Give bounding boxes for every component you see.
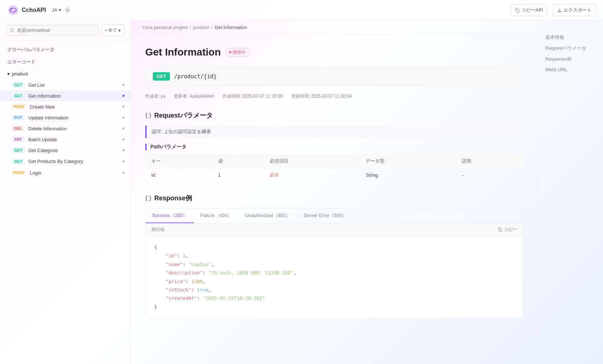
auth-notice: 認可: 上位の認可設定を継承 <box>145 126 523 138</box>
params-table: キー 値 必須項目 データ型 説明 id 1 必須 String <box>145 154 523 182</box>
toc-item-request[interactable]: Requestパラメータ <box>545 43 596 54</box>
copy-code-button[interactable]: コピー <box>498 226 517 233</box>
sidebar: • 全て ▾ グローバルパラメータ エラーコード ▾ product GET G… <box>0 20 131 364</box>
meta-row: 作成者: yu 更新者: AyakaSweet 作成時間: 2025-02-07… <box>145 93 523 99</box>
endpoint-path: /product/{id} <box>174 73 217 80</box>
filter-button[interactable]: • 全て ▾ <box>101 25 125 36</box>
search-input[interactable] <box>17 28 94 33</box>
table-cell-value: 1 <box>212 168 264 182</box>
endpoint-post-login[interactable]: POST Login <box>0 167 130 178</box>
response-section: { } Response例 Success（200） Failure（404） … <box>145 194 523 319</box>
meta-updated-at: 更新時間: 2025-02-07 11:30:04 <box>292 93 352 99</box>
svg-point-4 <box>66 9 68 11</box>
table-header-required: 必須項目 <box>264 154 360 168</box>
export-button[interactable]: エクスポート <box>553 4 596 16</box>
right-toc: 基本情報 Requestパラメータ Response例 Mock URL <box>538 20 603 364</box>
settings-icon[interactable] <box>64 6 73 15</box>
braces-icon: { } <box>145 112 151 119</box>
main-area: Cora personal project / product / Get In… <box>131 20 538 364</box>
method-badge-del: DEL <box>12 126 25 131</box>
table-cell-desc: - <box>456 168 523 182</box>
sidebar-section-product[interactable]: ▾ product <box>0 68 130 79</box>
meta-updater: 更新者: AyakaSweet <box>174 93 213 99</box>
endpoint-del-delete[interactable]: DEL Delete Information <box>0 123 130 134</box>
tab-server-error-500[interactable]: Server Error（500） <box>297 209 353 223</box>
search-input-wrap[interactable] <box>6 25 98 36</box>
breadcrumb-project[interactable]: Cora personal project <box>142 25 187 30</box>
dot-indicator <box>122 138 125 140</box>
tab-success-200[interactable]: Success（200） <box>146 209 194 223</box>
main-scroll: Get Information 開発中 GET /product/{id} 作成… <box>131 35 538 364</box>
logo-icon <box>7 4 19 16</box>
code-line-instock: "inStock": true, <box>154 286 514 294</box>
dot-indicator <box>122 160 125 163</box>
logo-area: CchoAPI <box>7 4 46 16</box>
table-cell-type: String <box>360 168 456 182</box>
code-line-description: "description": "15-inch, 16GB RAM, 512GB… <box>154 269 514 277</box>
method-badge-get: GET <box>12 93 25 99</box>
endpoint-get-information[interactable]: GET Get Information <box>0 90 130 101</box>
meta-created-at: 作成時間: 2025-02-07 11:10:35 <box>223 93 283 99</box>
section-title-response: { } Response例 <box>145 194 523 203</box>
method-badge-get: GET <box>12 159 25 164</box>
response-tab-bar: Success（200） Failure（404） Unauthorized（4… <box>146 209 523 224</box>
code-block-header: 例の値 コピー <box>146 224 523 236</box>
toc-item-response[interactable]: Response例 <box>545 54 596 65</box>
endpoint-method-badge: GET <box>153 72 170 81</box>
svg-point-3 <box>14 10 16 12</box>
endpoint-get-list[interactable]: GET Get List <box>0 79 130 90</box>
dot-indicator <box>122 172 125 174</box>
breadcrumb-current: Get Information <box>215 25 247 30</box>
table-row: id 1 必須 String - <box>146 168 523 182</box>
code-line-name: "name": "Laptop", <box>154 260 514 269</box>
sidebar-search-area: • 全て ▾ <box>0 20 130 41</box>
endpoint-post-create[interactable]: POST Create New <box>0 101 130 112</box>
response-icon: { } <box>145 195 151 201</box>
method-badge-put: PUT <box>12 115 25 120</box>
svg-point-6 <box>11 29 13 32</box>
method-badge-pat: PAT <box>12 136 25 142</box>
copy-api-button[interactable]: コピーAPI <box>511 4 547 16</box>
table-header-value: 値 <box>212 154 264 168</box>
code-line-createdat: "createdAt": "2025-01-15T10:20:30Z" <box>154 294 514 302</box>
sidebar-item-global-params[interactable]: グローバルパラメータ <box>0 44 130 56</box>
search-icon <box>10 28 15 33</box>
section-title-request: { } Requestパラメータ <box>145 111 523 120</box>
method-badge-get: GET <box>12 82 25 88</box>
tab-unauthorized-401[interactable]: Unauthorized（401） <box>239 209 297 223</box>
code-line-close-brace: } <box>154 303 514 311</box>
code-block: { "id": 1, "name": "Laptop", "descriptio… <box>146 236 523 318</box>
method-badge-post: POST <box>12 104 26 110</box>
sidebar-item-error-codes[interactable]: エラーコード <box>0 56 130 68</box>
code-header-label: 例の値 <box>151 226 164 233</box>
table-header-type: データ型 <box>360 154 456 168</box>
request-params-section: { } Requestパラメータ 認可: 上位の認可設定を継承 Pathパラメー… <box>145 111 523 182</box>
sidebar-nav: グローバルパラメータ エラーコード ▾ product GET Get List… <box>0 41 130 364</box>
dot-indicator <box>122 149 125 151</box>
method-badge-post: POST <box>12 170 26 176</box>
top-header: CchoAPI JA ▾ コピーAPI エクスポート <box>0 0 603 20</box>
lang-selector[interactable]: JA ▾ <box>52 7 61 13</box>
svg-rect-5 <box>517 9 519 12</box>
page-title: Get Information <box>145 46 221 58</box>
endpoint-put-update[interactable]: PUT Update Information <box>0 112 130 123</box>
endpoint-get-products-by-category[interactable]: GET Get Products By Category <box>0 156 130 167</box>
breadcrumb-section[interactable]: product <box>193 25 209 30</box>
dot-indicator <box>122 116 125 119</box>
endpoint-get-categorie[interactable]: GET Get Categorie <box>0 145 130 156</box>
tab-failure-404[interactable]: Failure（404） <box>194 209 239 223</box>
dot-indicator-active <box>122 95 125 97</box>
status-badge: 開発中 <box>225 48 250 57</box>
toc-item-mock[interactable]: Mock URL <box>545 65 596 74</box>
endpoint-box: GET /product/{id} <box>145 67 523 86</box>
response-code-wrap: Success（200） Failure（404） Unauthorized（4… <box>145 208 523 319</box>
header-right: コピーAPI エクスポート <box>511 4 596 16</box>
breadcrumb: Cora personal project / product / Get In… <box>131 20 538 35</box>
endpoint-pat-batch[interactable]: PAT Batch Update <box>0 134 130 145</box>
dot-indicator <box>122 127 125 130</box>
path-params-title: Pathパラメータ <box>145 144 523 150</box>
header-left: CchoAPI JA ▾ <box>7 4 73 16</box>
table-cell-key: id <box>146 168 212 182</box>
toc-item-basic[interactable]: 基本情報 <box>545 32 596 43</box>
method-badge-get: GET <box>12 147 25 153</box>
